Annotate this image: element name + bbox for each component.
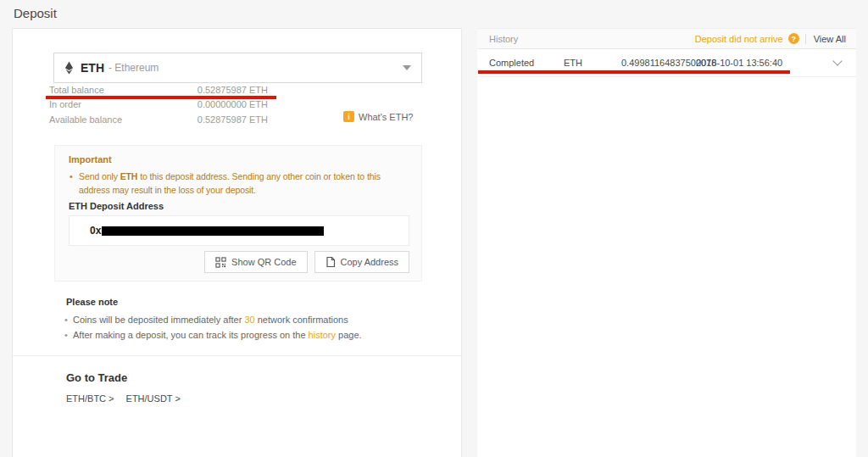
coin-symbol: ETH — [81, 61, 104, 75]
coin-select-dropdown[interactable]: ETH - Ethereum — [53, 53, 422, 83]
note2-post: page. — [336, 330, 362, 340]
whats-eth-label: What's ETH? — [359, 112, 413, 122]
total-balance-value: 0.52875987 ETH — [198, 85, 268, 95]
row-status: Completed — [489, 58, 534, 68]
qr-code-icon — [215, 257, 226, 268]
available-balance-value: 0.52875987 ETH — [198, 114, 268, 125]
address-redaction-bar — [102, 226, 324, 236]
please-note-title: Please note — [66, 297, 118, 307]
row-expand-chevron-down-icon[interactable] — [832, 56, 842, 65]
history-title: History — [489, 34, 518, 44]
trade-links: ETH/BTC > ETH/USDT > — [66, 393, 181, 404]
available-balance-row: Available balance 0.52875987 ETH — [49, 112, 268, 127]
warning-coin: ETH — [120, 171, 138, 181]
show-qr-code-button[interactable]: Show QR Code — [204, 251, 307, 273]
note1-pre: Coins will be deposited immediately afte… — [73, 315, 244, 325]
note-track-progress: After making a deposit, you can track it… — [64, 330, 362, 340]
header-divider — [805, 34, 806, 44]
copy-icon — [326, 256, 336, 268]
address-prefix: 0x — [90, 225, 101, 237]
balance-table: Total balance 0.52875987 ETH In order 0.… — [49, 82, 268, 127]
history-panel: History Deposit did not arrive ? View Al… — [477, 28, 856, 457]
info-icon: i — [343, 111, 354, 122]
note2-pre: After making a deposit, you can track it… — [73, 330, 309, 340]
section-divider — [13, 355, 461, 356]
total-balance-row: Total balance 0.52875987 ETH — [49, 82, 268, 98]
annotation-underline-history-row — [478, 70, 790, 74]
page-title: Deposit — [14, 6, 57, 20]
view-all-link[interactable]: View All — [814, 34, 846, 44]
row-coin: ETH — [564, 58, 582, 68]
important-notice-box: Important Send only ETH to this deposit … — [54, 145, 422, 281]
trade-link-ethusdt[interactable]: ETH/USDT > — [126, 393, 181, 404]
deposit-did-not-arrive-link[interactable]: Deposit did not arrive — [695, 34, 783, 44]
in-order-label: In order — [49, 99, 81, 109]
show-qr-code-label: Show QR Code — [231, 257, 296, 267]
history-header: History Deposit did not arrive ? View Al… — [477, 28, 856, 49]
row-date: 2018-10-01 13:56:40 — [696, 58, 782, 68]
important-warning-text: Send only ETH to this deposit address. S… — [69, 170, 411, 197]
copy-address-label: Copy Address — [341, 257, 398, 267]
go-to-trade-title: Go to Trade — [66, 371, 127, 384]
chevron-down-icon — [403, 65, 411, 70]
in-order-row: In order 0.00000000 ETH — [49, 98, 268, 113]
warning-pre: Send only — [79, 171, 120, 181]
whats-eth-link[interactable]: i What's ETH? — [343, 111, 413, 122]
address-actions: Show QR Code Copy Address — [69, 251, 409, 273]
note1-post: network confirmations — [255, 315, 348, 325]
available-balance-label: Available balance — [49, 114, 122, 125]
eth-icon — [64, 61, 74, 75]
trade-link-ethbtc[interactable]: ETH/BTC > — [66, 393, 114, 404]
question-icon[interactable]: ? — [788, 33, 799, 44]
in-order-value: 0.00000000 ETH — [198, 99, 268, 109]
copy-address-button[interactable]: Copy Address — [314, 251, 409, 273]
note-confirmations: Coins will be deposited immediately afte… — [64, 315, 348, 325]
confirmations-count: 30 — [244, 315, 254, 325]
history-link[interactable]: history — [309, 330, 336, 340]
total-balance-label: Total balance — [49, 85, 104, 95]
important-title: Important — [69, 154, 408, 164]
deposit-address-field[interactable]: 0x — [69, 215, 409, 246]
deposit-address-label: ETH Deposit Address — [69, 201, 408, 211]
coin-name: - Ethereum — [108, 62, 159, 74]
annotation-underline-total-balance — [46, 96, 276, 99]
deposit-panel: ETH - Ethereum Total balance 0.52875987 … — [12, 28, 462, 457]
